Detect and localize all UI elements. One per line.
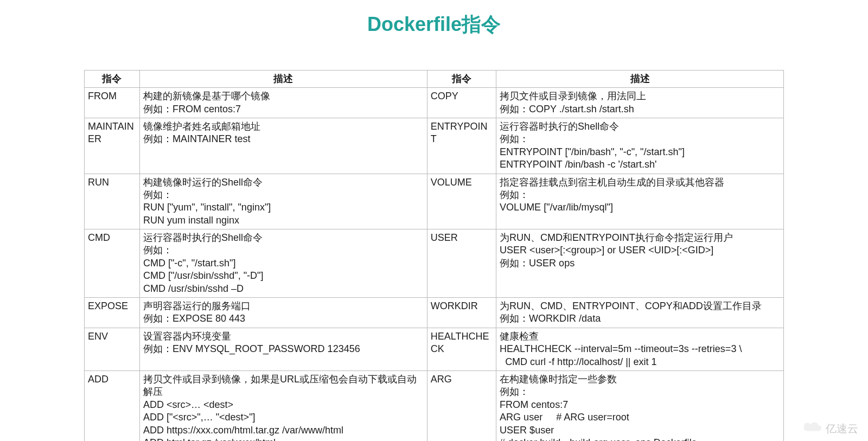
cell-desc-left: 构建的新镜像是基于哪个镜像例如：FROM centos:7 <box>139 88 427 118</box>
desc-line: USER $user <box>500 424 780 437</box>
table-row: RUN构建镜像时运行的Shell命令例如：RUN ["yum", "instal… <box>85 174 784 229</box>
desc-line: 例如： <box>500 133 780 145</box>
cloud-icon <box>804 421 822 436</box>
desc-line: CMD curl -f http://localhost/ || exit 1 <box>500 356 780 368</box>
cell-desc-left: 设置容器内环境变量例如：ENV MYSQL_ROOT_PASSWORD 1234… <box>139 328 427 370</box>
cell-desc-right: 为RUN、CMD和ENTRYPOINT执行命令指定运行用户USER <user>… <box>496 229 784 298</box>
header-desc-left: 描述 <box>139 70 427 87</box>
desc-line: ENTRYPOINT /bin/bash -c '/start.sh' <box>500 158 780 171</box>
desc-line: USER <user>[:<group>] or USER <UID>[:<GI… <box>500 244 780 257</box>
cell-cmd-left: EXPOSE <box>85 298 140 328</box>
cell-cmd-left: FROM <box>85 88 140 118</box>
desc-line: CMD ["-c", "/start.sh"] <box>143 257 424 270</box>
desc-line: 运行容器时执行的Shell命令 <box>143 232 424 244</box>
cell-desc-left: 镜像维护者姓名或邮箱地址例如：MAINTAINER test <box>139 118 427 174</box>
desc-line: ARG user # ARG user=root <box>500 411 780 424</box>
desc-line: 运行容器时执行的Shell命令 <box>500 120 780 133</box>
cell-desc-right: 运行容器时执行的Shell命令例如：ENTRYPOINT ["/bin/bash… <box>496 118 784 174</box>
desc-line: 拷贝文件或目录到镜像，如果是URL或压缩包会自动下载或自动解压 <box>143 373 424 399</box>
header-cmd-right: 指令 <box>427 70 496 87</box>
watermark: 亿速云 <box>804 421 858 436</box>
cell-cmd-right: HEALTHCHECK <box>427 328 496 370</box>
desc-line: 例如： <box>500 386 780 398</box>
desc-line: ADD https://xxx.com/html.tar.gz /var/www… <box>143 424 424 437</box>
desc-line: 指定容器挂载点到宿主机自动生成的目录或其他容器 <box>500 176 780 189</box>
instructions-table-container: 指令 描述 指令 描述 FROM构建的新镜像是基于哪个镜像例如：FROM cen… <box>84 70 784 441</box>
table-row: FROM构建的新镜像是基于哪个镜像例如：FROM centos:7COPY拷贝文… <box>85 88 784 118</box>
table-row: EXPOSE声明容器运行的服务端口例如：EXPOSE 80 443WORKDIR… <box>85 298 784 328</box>
desc-line: VOLUME ["/var/lib/mysql"] <box>500 201 780 214</box>
cell-cmd-right: WORKDIR <box>427 298 496 328</box>
watermark-text: 亿速云 <box>826 421 858 436</box>
desc-line: 例如： <box>500 189 780 201</box>
desc-line: 为RUN、CMD、ENTRYPOINT、COPY和ADD设置工作目录 <box>500 300 780 312</box>
cell-cmd-right: USER <box>427 229 496 298</box>
cell-cmd-right: ARG <box>427 371 496 442</box>
cell-desc-right: 健康检查HEALTHCHECK --interval=5m --timeout=… <box>496 328 784 370</box>
desc-line: RUN ["yum", "install", "nginx"] <box>143 201 424 214</box>
desc-line: 构建的新镜像是基于哪个镜像 <box>143 90 424 103</box>
table-row: ENV设置容器内环境变量例如：ENV MYSQL_ROOT_PASSWORD 1… <box>85 328 784 370</box>
cell-cmd-left: RUN <box>85 174 140 229</box>
desc-line: 镜像维护者姓名或邮箱地址 <box>143 120 424 133</box>
cell-desc-right: 指定容器挂载点到宿主机自动生成的目录或其他容器例如：VOLUME ["/var/… <box>496 174 784 229</box>
desc-line: ADD <src>… <dest> <box>143 399 424 411</box>
desc-line: HEALTHCHECK --interval=5m --timeout=3s -… <box>500 343 780 355</box>
cell-cmd-left: ENV <box>85 328 140 370</box>
cell-cmd-left: CMD <box>85 229 140 298</box>
desc-line: ADD ["<src>",… "<dest>"] <box>143 411 424 424</box>
desc-line: 例如：ENV MYSQL_ROOT_PASSWORD 123456 <box>143 343 424 355</box>
header-cmd-left: 指令 <box>85 70 140 87</box>
desc-line: ENTRYPOINT ["/bin/bash", "-c", "/start.s… <box>500 146 780 158</box>
table-row: CMD运行容器时执行的Shell命令例如：CMD ["-c", "/start.… <box>85 229 784 298</box>
table-header-row: 指令 描述 指令 描述 <box>85 70 784 87</box>
desc-line: 例如：MAINTAINER test <box>143 133 424 145</box>
desc-line: RUN yum install nginx <box>143 214 424 227</box>
desc-line: 拷贝文件或目录到镜像，用法同上 <box>500 90 780 103</box>
table-body: FROM构建的新镜像是基于哪个镜像例如：FROM centos:7COPY拷贝文… <box>85 88 784 441</box>
desc-line: 健康检查 <box>500 330 780 343</box>
cell-desc-left: 运行容器时执行的Shell命令例如：CMD ["-c", "/start.sh"… <box>139 229 427 298</box>
desc-line: 为RUN、CMD和ENTRYPOINT执行命令指定运行用户 <box>500 232 780 244</box>
cell-desc-right: 在构建镜像时指定一些参数例如：FROM centos:7ARG user # A… <box>496 371 784 442</box>
desc-line: ADD html.tar.gz /var/www/html <box>143 437 424 441</box>
instructions-table: 指令 描述 指令 描述 FROM构建的新镜像是基于哪个镜像例如：FROM cen… <box>84 70 784 441</box>
desc-line: 例如：COPY ./start.sh /start.sh <box>500 103 780 116</box>
cell-desc-right: 拷贝文件或目录到镜像，用法同上例如：COPY ./start.sh /start… <box>496 88 784 118</box>
desc-line: FROM centos:7 <box>500 399 780 411</box>
desc-line: 声明容器运行的服务端口 <box>143 300 424 312</box>
cell-desc-left: 声明容器运行的服务端口例如：EXPOSE 80 443 <box>139 298 427 328</box>
desc-line: 在构建镜像时指定一些参数 <box>500 373 780 386</box>
desc-line: 例如：EXPOSE 80 443 <box>143 312 424 325</box>
page-title: Dockerfile指令 <box>0 0 868 54</box>
desc-line: 例如：WORKDIR /data <box>500 312 780 325</box>
desc-line: # docker build --build-arg user=ops Dock… <box>500 437 780 441</box>
cell-desc-right: 为RUN、CMD、ENTRYPOINT、COPY和ADD设置工作目录例如：WOR… <box>496 298 784 328</box>
desc-line: 设置容器内环境变量 <box>143 330 424 343</box>
cell-cmd-right: ENTRYPOINT <box>427 118 496 174</box>
desc-line: CMD ["/usr/sbin/sshd", "-D"] <box>143 270 424 282</box>
desc-line: 构建镜像时运行的Shell命令 <box>143 176 424 189</box>
table-row: ADD拷贝文件或目录到镜像，如果是URL或压缩包会自动下载或自动解压ADD <s… <box>85 371 784 442</box>
desc-line: 例如：FROM centos:7 <box>143 103 424 116</box>
desc-line: CMD /usr/sbin/sshd –D <box>143 283 424 295</box>
cell-desc-left: 构建镜像时运行的Shell命令例如：RUN ["yum", "install",… <box>139 174 427 229</box>
desc-line: 例如：USER ops <box>500 257 780 270</box>
desc-line: 例如： <box>143 189 424 201</box>
cell-cmd-left: MAINTAINER <box>85 118 140 174</box>
header-desc-right: 描述 <box>496 70 784 87</box>
cell-cmd-right: VOLUME <box>427 174 496 229</box>
cell-cmd-right: COPY <box>427 88 496 118</box>
desc-line: 例如： <box>143 244 424 257</box>
cell-desc-left: 拷贝文件或目录到镜像，如果是URL或压缩包会自动下载或自动解压ADD <src>… <box>139 371 427 442</box>
table-row: MAINTAINER镜像维护者姓名或邮箱地址例如：MAINTAINER test… <box>85 118 784 174</box>
cell-cmd-left: ADD <box>85 371 140 442</box>
